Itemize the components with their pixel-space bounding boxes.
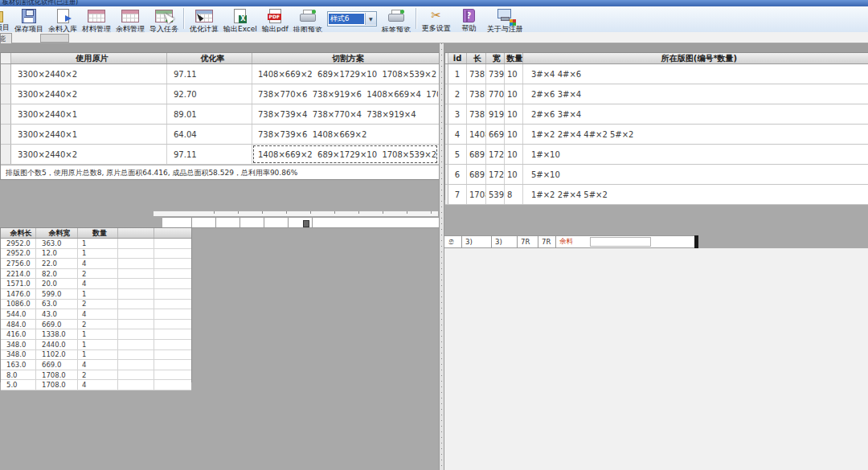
- plan-table-body: 3300×2440×297.111408×669×2 689×1729×10 1…: [1, 64, 440, 165]
- col-header-qty[interactable]: 数量: [505, 53, 523, 63]
- export-excel-button[interactable]: 输出Excel: [221, 6, 260, 32]
- tab-row: 能: [0, 32, 868, 43]
- leftover-table-row[interactable]: 2952.0363.01: [1, 239, 191, 249]
- col-header-plan[interactable]: 切割方案: [252, 53, 438, 63]
- more-settings-button[interactable]: ✂更多设置: [420, 6, 453, 32]
- leftover-qty-cell: 1: [78, 249, 118, 259]
- empty-cell: [118, 289, 154, 299]
- parts-table-row[interactable]: 1738739103#×4 4#×6: [445, 64, 868, 84]
- parts-id-cell: 6: [448, 165, 467, 184]
- panel-splitter[interactable]: [439, 43, 444, 470]
- col-header-layouts[interactable]: 所在版图(编号*数量): [523, 53, 867, 63]
- parts-id-cell: 4: [448, 125, 467, 144]
- col-header-id[interactable]: id: [448, 53, 467, 63]
- col-header-sheet[interactable]: 使用原片: [11, 53, 167, 63]
- printer-icon: [388, 10, 404, 23]
- leftover-input[interactable]: [590, 237, 651, 247]
- leftover-table-row[interactable]: 163.0669.04: [1, 360, 191, 370]
- chevron-down-icon[interactable]: ▼: [365, 13, 376, 25]
- leftover-table-row[interactable]: 8.01708.02: [1, 370, 191, 381]
- empty-cell: [118, 350, 154, 360]
- style-select[interactable]: 样式6▼: [327, 11, 377, 27]
- leftover-table-row[interactable]: 544.043.04: [1, 309, 191, 320]
- plan-cell-sheet: 3300×2440×1: [11, 125, 167, 144]
- export-pdf-button[interactable]: 输出pdf: [260, 6, 291, 32]
- optimize-calc-button[interactable]: 优化计算: [187, 6, 221, 32]
- plan-cell-sheet: 3300×2440×2: [11, 64, 167, 84]
- leftover-length-cell: 544.0: [1, 309, 36, 319]
- col-header-length[interactable]: 长: [467, 53, 486, 63]
- leftover-table-row[interactable]: 5.01708.04: [1, 380, 191, 390]
- empty-cell: [154, 259, 190, 268]
- leftover-table-row[interactable]: 1476.0599.01: [1, 289, 191, 300]
- divider: [191, 218, 192, 227]
- plan-cell-rate: 64.04: [167, 125, 252, 144]
- empty-cell: [118, 269, 154, 279]
- plan-table-row[interactable]: 3300×2440×292.70738×770×6 738×919×6 1408…: [1, 84, 440, 104]
- parts-qty-cell: 10: [505, 165, 523, 184]
- parts-table-row[interactable]: 56891729101#×10: [445, 145, 868, 165]
- row-selector[interactable]: [1, 64, 11, 84]
- col-header-leftover-qty[interactable]: 数量: [78, 228, 118, 238]
- row-selector[interactable]: [1, 104, 11, 124]
- leftover-qty-cell: 4: [78, 309, 118, 319]
- window-title: 板材切割优化软件(已注册): [2, 0, 78, 6]
- empty-cell: [118, 360, 154, 370]
- tab-item[interactable]: 能: [0, 33, 12, 43]
- about-register-button[interactable]: 关于与注册: [485, 6, 526, 32]
- horizontal-scrollbar[interactable]: [153, 210, 439, 217]
- row-selector[interactable]: [1, 125, 11, 144]
- parts-length-cell: 738: [467, 64, 486, 84]
- leftover-table-row[interactable]: 348.01102.01: [1, 350, 191, 361]
- table-grid-icon: [88, 10, 105, 22]
- divider: [240, 218, 240, 227]
- parts-table-row[interactable]: 41408669101#×2 2#×4 4#×2 5#×2: [445, 125, 868, 145]
- parts-table-row[interactable]: 66891729105#×10: [445, 165, 868, 185]
- col-header-leftover-length[interactable]: 余料长: [1, 228, 36, 238]
- leftover-table-row[interactable]: 2214.082.02: [1, 269, 191, 280]
- leftover-qty-cell: 2: [78, 370, 118, 380]
- leftover-width-cell: 82.0: [36, 269, 78, 279]
- leftover-table-row[interactable]: 348.02440.01: [1, 340, 191, 350]
- leftover-qty-cell: 2: [78, 269, 118, 279]
- material-manage-button[interactable]: 材料管理: [80, 6, 113, 32]
- row-selector[interactable]: [1, 145, 11, 164]
- row-selector[interactable]: [1, 84, 11, 104]
- leftover-width-cell: 43.0: [36, 309, 78, 319]
- empty-cell: [154, 350, 190, 360]
- col-header-rate[interactable]: 优化率: [167, 53, 252, 63]
- leftover-table-row[interactable]: 1086.063.02: [1, 300, 191, 310]
- leftover-inbound-button[interactable]: 余料入库: [46, 6, 80, 32]
- plan-table-row[interactable]: 3300×2440×164.04738×739×6 1408×669×2: [1, 125, 440, 145]
- leftover-table-row[interactable]: 1571.020.04: [1, 279, 191, 289]
- col-header-width[interactable]: 宽: [486, 53, 505, 63]
- leftover-length-cell: 163.0: [1, 360, 36, 370]
- col-header-empty: [118, 228, 154, 238]
- parts-length-cell: 689: [467, 145, 486, 164]
- parts-table-row[interactable]: 2738770102#×6 3#×4: [445, 84, 868, 104]
- leftover-table-header: 余料长 余料宽 数量: [1, 228, 191, 239]
- leftover-length-cell: 416.0: [1, 329, 36, 339]
- tab-label: 能: [0, 35, 6, 43]
- plan-cell-scheme[interactable]: 1408×669×2 689×1729×10 1708×539×2: [252, 145, 438, 164]
- col-header-leftover-width[interactable]: 余料宽: [36, 228, 78, 238]
- parts-table-row[interactable]: 7170853981#×2 2#×4 5#×2: [445, 185, 868, 205]
- leftover-table-row[interactable]: 2952.012.01: [1, 249, 191, 260]
- label-preview-button[interactable]: 标签预览: [379, 6, 413, 32]
- leftover-manage-button[interactable]: 余料管理: [113, 6, 147, 32]
- leftover-table-row[interactable]: 416.01338.01: [1, 329, 191, 340]
- plan-table-row[interactable]: 3300×2440×297.111408×669×2 689×1729×10 1…: [1, 145, 440, 165]
- open-project-button[interactable]: 打开项目: [0, 6, 12, 32]
- layout-preview-button[interactable]: 排图预览: [291, 6, 325, 32]
- strip-cell: 3): [492, 236, 518, 247]
- toolbar: 打开项目保存项目余料入库材料管理余料管理导入任务优化计算输出Excel输出pdf…: [0, 6, 868, 33]
- leftover-table-row[interactable]: 484.0669.02: [1, 320, 191, 330]
- leftover-qty-cell: 1: [78, 329, 118, 339]
- save-project-button[interactable]: 保存项目: [12, 6, 46, 32]
- help-button[interactable]: ?帮助: [453, 6, 485, 32]
- leftover-table-row[interactable]: 2756.022.04: [1, 259, 191, 269]
- parts-table-row[interactable]: 3738919102#×6 3#×4: [445, 104, 868, 125]
- strip-cell: 7R: [538, 236, 556, 247]
- plan-table-row[interactable]: 3300×2440×189.01738×739×4 738×770×4 738×…: [1, 104, 440, 125]
- plan-table-row[interactable]: 3300×2440×297.111408×669×2 689×1729×10 1…: [1, 64, 440, 84]
